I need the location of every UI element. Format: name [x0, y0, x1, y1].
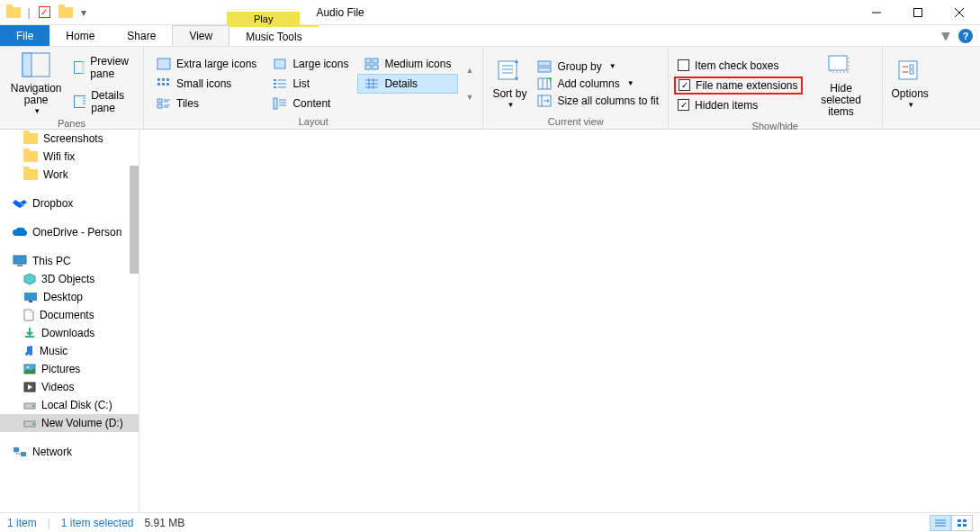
layout-xl-label: Extra large icons [176, 58, 256, 70]
svg-rect-1 [914, 8, 922, 16]
maximize-button[interactable] [897, 0, 939, 25]
view-thumbnails-button[interactable] [951, 515, 973, 531]
size-columns-button[interactable]: Size all columns to fit [534, 94, 662, 108]
layout-tiles[interactable]: Tiles [149, 94, 264, 113]
music-icon [23, 345, 34, 357]
layout-medium-icons[interactable]: Medium icons [357, 54, 458, 74]
hidden-items-toggle[interactable]: ✓ Hidden items [674, 98, 802, 113]
svg-rect-21 [157, 83, 160, 86]
checkbox-checked-icon: ✓ [679, 79, 690, 91]
navigation-pane-button[interactable]: Navigation pane ▼ [5, 50, 67, 118]
svg-rect-38 [157, 104, 162, 108]
minimize-ribbon-icon[interactable]: ⯆ [940, 30, 951, 42]
file-name-extensions-toggle[interactable]: ✓ File name extensions [674, 77, 802, 95]
status-separator: | [48, 517, 50, 529]
file-name-extensions-label: File name extensions [696, 79, 797, 92]
checkbox-unchecked-icon [678, 59, 689, 71]
chevron-down-icon[interactable]: ▼ [465, 93, 473, 102]
tab-home[interactable]: Home [49, 25, 111, 46]
layout-details[interactable]: Details [357, 74, 458, 94]
chevron-down-icon: ▼ [627, 79, 634, 87]
window-title: Audio File [316, 6, 364, 19]
layout-large-icons[interactable]: Large icons [265, 54, 355, 74]
options-button[interactable]: Options ▼ [888, 50, 932, 116]
tree-item-this-pc[interactable]: This PC [0, 252, 139, 270]
hide-selected-items-button[interactable]: Hide selected items [806, 50, 877, 121]
layout-extra-large-icons[interactable]: Extra large icons [149, 54, 264, 74]
svg-rect-19 [162, 78, 165, 81]
svg-point-72 [32, 405, 34, 407]
svg-rect-81 [963, 519, 967, 522]
tree-item-work[interactable]: Work [0, 166, 139, 184]
svg-rect-12 [157, 59, 170, 69]
tree-item-pictures[interactable]: Pictures [0, 360, 139, 378]
help-icon[interactable]: ? [958, 29, 973, 43]
svg-rect-80 [958, 519, 961, 522]
size-columns-label: Size all columns to fit [557, 95, 659, 107]
svg-rect-14 [365, 59, 371, 63]
file-list-pane[interactable] [139, 130, 980, 512]
tab-view[interactable]: View [172, 25, 229, 46]
tree-label: Wifi fix [43, 150, 75, 163]
tab-file[interactable]: File [0, 25, 49, 46]
tree-label: Music [40, 345, 67, 357]
drive-icon [23, 400, 36, 410]
quick-access-toolbar: | ✓ ▾ [0, 3, 94, 23]
svg-rect-15 [373, 59, 378, 63]
layout-content[interactable]: Content [265, 94, 355, 113]
tree-item-new-volume-d[interactable]: New Volume (D:) [0, 414, 139, 432]
tree-item-documents[interactable]: Documents [0, 306, 139, 324]
sort-by-button[interactable]: Sort by ▼ [489, 50, 530, 116]
chevron-up-icon[interactable]: ▲ [465, 66, 473, 75]
tree-label: Local Disk (C:) [41, 399, 112, 411]
layout-list-label: List [292, 77, 310, 90]
minimize-button[interactable] [856, 0, 897, 25]
preview-pane-button[interactable]: Preview pane [70, 53, 138, 82]
layout-small-icons[interactable]: Small icons [149, 74, 264, 94]
svg-rect-66 [24, 293, 37, 301]
tree-item-local-disk-c[interactable]: Local Disk (C:) [0, 396, 139, 414]
qat-folder-icon[interactable] [4, 3, 23, 23]
item-check-boxes-toggle[interactable]: Item check boxes [674, 59, 802, 73]
svg-rect-45 [499, 61, 517, 79]
tree-item-onedrive[interactable]: OneDrive - Person [0, 223, 139, 241]
body-area: Screenshots Wifi fix Work Dropbox OneDri… [0, 130, 980, 512]
tree-item-wifi-fix[interactable]: Wifi fix [0, 148, 139, 166]
scrollbar-thumb[interactable] [130, 166, 139, 274]
group-by-label: Group by [557, 60, 601, 73]
tree-item-videos[interactable]: Videos [0, 378, 139, 396]
svg-rect-23 [166, 83, 169, 86]
tree-item-network[interactable]: Network [0, 443, 139, 461]
tree-item-desktop[interactable]: Desktop [0, 288, 139, 306]
tree-label: New Volume (D:) [41, 417, 123, 429]
tree-item-3d-objects[interactable]: 3D Objects [0, 270, 139, 288]
ribbon-group-options: Options ▼ [883, 47, 938, 129]
qat-new-folder-icon[interactable] [56, 3, 76, 23]
details-pane-button[interactable]: Details pane [70, 87, 138, 116]
view-details-button[interactable] [930, 515, 951, 531]
ribbon: Navigation pane ▼ Preview pane Details p… [0, 47, 980, 130]
add-columns-button[interactable]: + Add columns▼ [534, 77, 662, 91]
details-pane-label: Details pane [91, 89, 134, 114]
qat-customize-dropdown[interactable]: ▾ [77, 3, 90, 23]
download-icon [23, 327, 36, 339]
tree-label: Pictures [41, 363, 80, 375]
desktop-icon [23, 292, 38, 302]
qat-properties-icon[interactable]: ✓ [34, 3, 54, 23]
svg-rect-24 [274, 79, 276, 81]
hidden-items-label: Hidden items [695, 99, 758, 112]
navigation-tree: Screenshots Wifi fix Work Dropbox OneDri… [0, 130, 139, 512]
status-bar: 1 item | 1 item selected 5.91 MB [0, 512, 980, 532]
group-by-button[interactable]: Group by▼ [534, 59, 662, 74]
tree-item-dropbox[interactable]: Dropbox [0, 194, 139, 212]
layout-scroll[interactable]: ▲ ▼ [462, 66, 477, 102]
layout-list[interactable]: List [265, 74, 355, 94]
chevron-down-icon: ▼ [609, 62, 616, 70]
tab-share[interactable]: Share [111, 25, 172, 46]
tree-item-downloads[interactable]: Downloads [0, 324, 139, 342]
tree-item-screenshots[interactable]: Screenshots [0, 130, 139, 148]
tab-music-tools[interactable]: Music Tools [229, 25, 318, 46]
svg-rect-75 [13, 447, 19, 452]
close-button[interactable] [939, 0, 980, 25]
tree-item-music[interactable]: Music [0, 342, 139, 360]
